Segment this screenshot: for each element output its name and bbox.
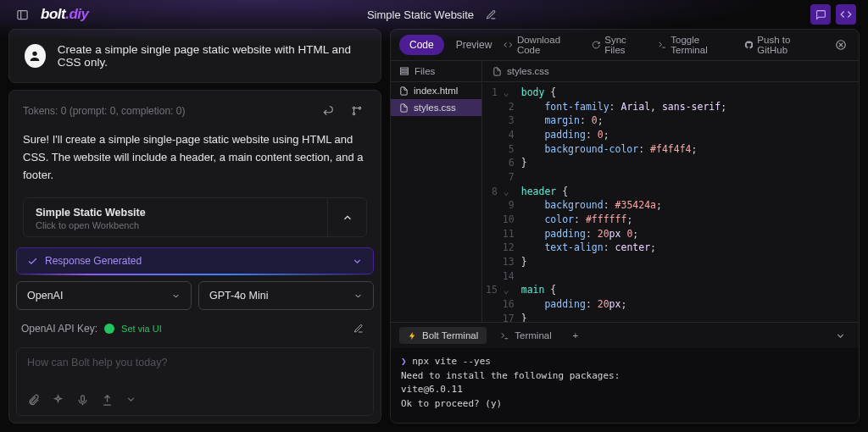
svg-point-3 [353, 107, 354, 108]
assistant-response: Sure! I'll create a simple single-page s… [9, 128, 381, 194]
file-item[interactable]: styles.css [391, 99, 481, 116]
tab-preview[interactable]: Preview [446, 35, 503, 55]
code-icon[interactable] [836, 4, 856, 25]
terminal-output[interactable]: ❯ npx vite --yesNeed to install the foll… [391, 348, 859, 423]
artifact-card[interactable]: Simple Static Website Click to open Work… [23, 197, 367, 237]
file-tree-header: Files [391, 61, 481, 82]
close-icon[interactable] [832, 35, 850, 55]
status-bar[interactable]: Response Generated [16, 247, 374, 274]
file-item[interactable]: index.html [391, 82, 481, 99]
chat-input-placeholder: How can Bolt help you today? [27, 357, 363, 384]
code-editor[interactable]: 1 ⌄2 3 4 5 6 7 8 ⌄9 10 11 12 13 14 15 ⌄1… [482, 82, 859, 322]
chevron-down-icon [171, 291, 181, 301]
svg-point-2 [33, 52, 37, 56]
avatar [25, 44, 46, 68]
chevron-down-icon [353, 291, 363, 301]
chat-panel: Tokens: 0 (prompt: 0, completion: 0) Sur… [8, 90, 381, 424]
topbar: bolt.diy Simple Static Website [0, 0, 868, 29]
api-key-row: OpenAI API Key: Set via UI [9, 310, 381, 344]
tab-code[interactable]: Code [399, 35, 444, 55]
artifact-subtitle: Click to open Workbench [36, 220, 315, 230]
attach-icon[interactable] [27, 394, 40, 407]
svg-rect-11 [401, 68, 409, 69]
tab-bolt-terminal[interactable]: Bolt Terminal [399, 327, 487, 344]
sync-files-button[interactable]: Sync Files [592, 35, 644, 55]
speech-icon[interactable] [810, 4, 831, 25]
svg-rect-0 [17, 10, 26, 19]
check-icon [27, 256, 38, 267]
token-counter: Tokens: 0 (prompt: 0, completion: 0) [23, 105, 185, 117]
svg-rect-13 [401, 73, 409, 75]
edit-title-icon[interactable] [481, 4, 501, 25]
push-github-button[interactable]: Push to GitHub [744, 35, 815, 55]
model-select[interactable]: GPT-4o Mini [198, 281, 374, 310]
prompt-text: Create a simple single page static websi… [58, 43, 365, 69]
download-code-button[interactable]: Download Code [504, 35, 577, 55]
undo-icon[interactable] [318, 101, 338, 121]
editor-tab[interactable]: styles.css [482, 61, 859, 82]
logo[interactable]: bolt.diy [41, 6, 88, 23]
status-dot-icon [104, 324, 114, 334]
svg-rect-12 [401, 70, 409, 72]
chat-input[interactable]: How can Bolt help you today? [16, 347, 374, 416]
file-tree: Files index.htmlstyles.css [391, 61, 482, 322]
upload-icon[interactable] [101, 394, 114, 407]
collapse-terminal-icon[interactable] [830, 325, 850, 346]
chevron-down-icon[interactable] [125, 394, 136, 407]
user-prompt-card: Create a simple single page static websi… [8, 29, 381, 83]
chevron-down-icon[interactable] [352, 256, 363, 267]
add-terminal-icon[interactable]: + [565, 325, 586, 346]
artifact-expand-button[interactable] [327, 198, 366, 236]
tab-terminal[interactable]: Terminal [492, 327, 559, 344]
workbench-panel: Code Preview Download Code Sync Files To… [390, 29, 860, 424]
sidebar-toggle-icon[interactable] [12, 4, 32, 25]
artifact-title: Simple Static Website [36, 207, 315, 219]
project-title: Simple Static Website [367, 4, 501, 25]
provider-select[interactable]: OpenAI [16, 281, 192, 310]
branch-icon[interactable] [347, 101, 367, 121]
toggle-terminal-button[interactable]: Toggle Terminal [658, 35, 731, 55]
svg-point-4 [353, 113, 354, 114]
sparkles-icon[interactable] [52, 394, 64, 407]
mic-icon[interactable] [76, 394, 89, 407]
edit-key-icon[interactable] [348, 318, 369, 339]
svg-rect-6 [81, 396, 85, 402]
